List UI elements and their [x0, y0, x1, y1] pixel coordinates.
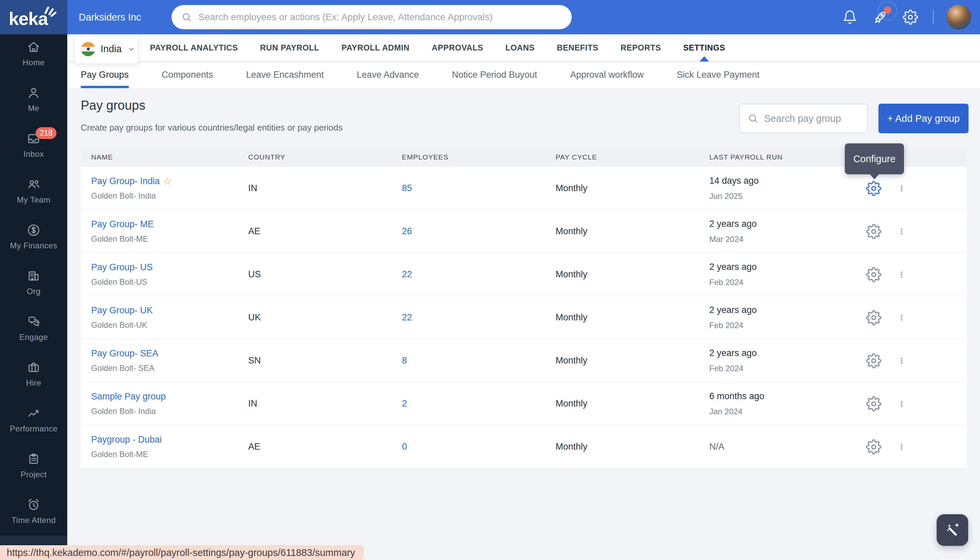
configure-gear-button[interactable]: [866, 223, 883, 240]
pay-group-name-link[interactable]: Pay Group- US: [91, 262, 153, 273]
notification-dot: [884, 7, 891, 14]
nav-tab-approvals[interactable]: APPROVALS: [432, 34, 483, 61]
subnav-tab-approval-workflow[interactable]: Approval workflow: [570, 61, 644, 88]
page-title: Pay groups: [81, 98, 145, 113]
user-avatar[interactable]: [946, 5, 971, 30]
subnav-tab-sick-leave-payment[interactable]: Sick Leave Payment: [677, 61, 759, 88]
configure-gear-button[interactable]: [866, 352, 883, 369]
nav-tab-reports[interactable]: REPORTS: [621, 34, 661, 61]
whats-new-button[interactable]: [872, 8, 890, 26]
person-icon: [26, 85, 41, 100]
pay-group-name-link[interactable]: Sample Pay group: [91, 392, 166, 402]
nav-tabs: PAYROLL ANALYTICSRUN PAYROLLPAYROLL ADMI…: [150, 34, 725, 61]
page-subtitle: Create pay groups for various countries/…: [81, 122, 343, 133]
pay-group-name-link[interactable]: Paygroup - Dubai: [91, 435, 162, 445]
sidebar-item-my-team[interactable]: My Team: [0, 172, 67, 217]
keka-logo-text: keka: [9, 8, 48, 29]
employees-count-link[interactable]: 22: [402, 312, 412, 322]
row-menu-button[interactable]: [898, 309, 907, 326]
country-cell: UK: [238, 312, 392, 323]
sidebar-item-hire[interactable]: Hire: [0, 355, 67, 400]
settings-subnav-bar: Pay GroupsComponentsLeave EncashmentLeav…: [67, 61, 980, 88]
country-selector[interactable]: India: [74, 34, 139, 64]
last-run-label: 2 years ago: [709, 219, 852, 229]
row-menu-button[interactable]: [898, 395, 907, 412]
last-run-period-label: Feb 2024: [709, 364, 852, 373]
sidebar-bottom-strip: [0, 536, 67, 545]
legal-entity-label: Golden Bolt- SEA: [91, 363, 238, 373]
subnav-tab-leave-advance[interactable]: Leave Advance: [357, 61, 419, 88]
pay-groups-table: NAMECOUNTRYEMPLOYEESPAY CYCLELAST PAYROL…: [81, 147, 967, 468]
keka-logo[interactable]: keka: [0, 0, 67, 34]
global-search-input[interactable]: [198, 12, 562, 23]
configure-gear-button[interactable]: [866, 438, 883, 455]
configure-gear-button[interactable]: [866, 309, 883, 326]
sidebar-item-time-attend[interactable]: Time Attend: [0, 492, 67, 538]
pay-group-name-link[interactable]: Pay Group- India: [91, 176, 160, 187]
sidebar-item-home[interactable]: Home: [0, 34, 67, 80]
sidebar-item-inbox[interactable]: Inbox 218: [0, 126, 67, 172]
kebab-menu-icon: [898, 310, 907, 325]
employees-count-link[interactable]: 0: [402, 442, 407, 452]
sidebar-item-my-finances[interactable]: My Finances: [0, 217, 67, 263]
pay-cycle-cell: Monthly: [545, 442, 699, 452]
nav-tab-run-payroll[interactable]: RUN PAYROLL: [260, 34, 319, 61]
pay-group-search-input[interactable]: [764, 113, 860, 124]
add-pay-group-button[interactable]: + Add Pay group: [879, 104, 968, 133]
row-menu-button[interactable]: [898, 223, 907, 240]
pay-group-name-link[interactable]: Pay Group- SEA: [91, 348, 158, 359]
row-menu-button[interactable]: [898, 438, 907, 455]
sidebar-item-performance[interactable]: Performance: [0, 400, 67, 446]
link-preview-url: https://thq.kekademo.com/#/payroll/payro…: [7, 547, 355, 558]
project-icon: [26, 452, 41, 467]
configure-gear-button[interactable]: [866, 180, 883, 197]
notifications-button[interactable]: [842, 8, 860, 26]
engage-icon: [26, 314, 41, 329]
configure-gear-button[interactable]: [866, 266, 883, 283]
employees-count-link[interactable]: 26: [402, 226, 412, 236]
pay-group-name-link[interactable]: Pay Group- ME: [91, 219, 154, 230]
pay-group-name-link[interactable]: Pay Group- UK: [91, 305, 153, 316]
employees-count-link[interactable]: 22: [402, 269, 412, 279]
country-cell: US: [238, 269, 392, 280]
column-header-employees: EMPLOYEES: [392, 153, 545, 161]
employees-count-link[interactable]: 2: [402, 398, 407, 408]
subnav-tab-components[interactable]: Components: [162, 61, 213, 88]
last-run-label: 14 days ago: [709, 176, 852, 186]
nav-tab-settings[interactable]: SETTINGS: [683, 34, 725, 61]
subnav-tab-pay-groups[interactable]: Pay Groups: [81, 61, 129, 88]
subnav-tab-leave-encashment[interactable]: Leave Encashment: [246, 61, 324, 88]
pay-cycle-cell: Monthly: [545, 183, 699, 193]
pay-group-search[interactable]: [739, 104, 868, 133]
legal-entity-label: Golden Bolt-UK: [91, 320, 238, 330]
team-icon: [26, 177, 41, 192]
sidebar-item-me[interactable]: Me: [0, 80, 67, 126]
nav-tab-payroll-admin[interactable]: PAYROLL ADMIN: [341, 34, 409, 61]
sidebar-item-engage[interactable]: Engage: [0, 309, 67, 355]
global-search[interactable]: [171, 5, 572, 29]
sidebar-item-org[interactable]: Org: [0, 263, 67, 309]
configure-gear-button[interactable]: [866, 395, 883, 412]
nav-tab-loans[interactable]: LOANS: [505, 34, 535, 61]
top-header-bar: keka Darksiders Inc: [0, 0, 980, 34]
last-run-period-label: Jun 2025: [709, 192, 852, 201]
star-icon[interactable]: ☆: [163, 176, 172, 187]
employees-count-link[interactable]: 85: [402, 183, 412, 193]
inbox-badge: 218: [36, 127, 56, 139]
pay-cycle-cell: Monthly: [545, 269, 699, 280]
pay-cycle-cell: Monthly: [545, 398, 699, 409]
legal-entity-label: Golden Bolt- India: [91, 407, 238, 416]
row-menu-button[interactable]: [898, 352, 907, 369]
assistant-fab-button[interactable]: [937, 514, 968, 546]
sidebar-item-project[interactable]: Project: [0, 446, 67, 492]
column-header-pay-cycle: PAY CYCLE: [545, 153, 699, 161]
kebab-menu-icon: [898, 396, 907, 412]
nav-tab-benefits[interactable]: BENEFITS: [557, 34, 598, 61]
org-icon: [26, 268, 41, 283]
settings-button[interactable]: [903, 8, 920, 26]
employees-count-link[interactable]: 8: [402, 355, 407, 365]
subnav-tab-notice-period-buyout[interactable]: Notice Period Buyout: [452, 61, 537, 88]
row-menu-button[interactable]: [898, 266, 907, 283]
nav-tab-payroll-analytics[interactable]: PAYROLL ANALYTICS: [150, 34, 238, 61]
row-menu-button[interactable]: [898, 180, 907, 197]
